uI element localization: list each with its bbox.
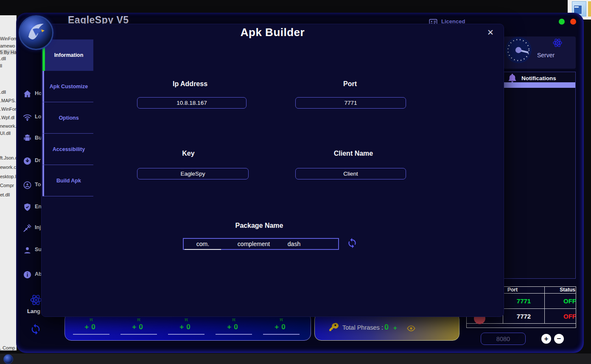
android-icon xyxy=(22,134,32,143)
notifications-title: Notifications xyxy=(521,75,556,81)
inject-icon xyxy=(22,223,32,233)
package-name-label: Package Name xyxy=(217,222,302,230)
new-port-input[interactable] xyxy=(481,333,526,345)
support-icon xyxy=(22,245,32,255)
port-value[interactable]: 7771 xyxy=(503,294,545,309)
taskbar xyxy=(0,353,591,364)
port-status[interactable]: OFF xyxy=(545,294,576,309)
bg-file: amewo xyxy=(0,43,16,48)
port-status[interactable]: OFF xyxy=(545,309,576,324)
folder-icon-fragment xyxy=(588,1,591,17)
window-icon-bar xyxy=(574,6,579,8)
bg-file: .MAPS. xyxy=(0,98,16,103)
port-value[interactable]: 7772 xyxy=(503,309,545,324)
bg-file: WinForm xyxy=(0,36,16,41)
package-suffix-segment[interactable]: dash xyxy=(279,239,309,249)
close-app-button[interactable] xyxy=(570,19,576,25)
bg-file-selected: 5 By Ha xyxy=(0,50,16,55)
remove-port-button[interactable]: − xyxy=(554,334,564,344)
client-name-label: Client Name xyxy=(311,150,396,157)
add-port-button[interactable]: + xyxy=(541,334,551,344)
tab-build-apk[interactable]: Build Apk xyxy=(42,165,93,196)
counter-icon: π xyxy=(261,317,302,322)
key-icon xyxy=(328,322,339,333)
counter-icon: π xyxy=(118,317,159,322)
bg-file: nework. xyxy=(0,123,16,129)
minimize-button[interactable] xyxy=(559,19,565,25)
bg-file: ft.Json.c xyxy=(0,155,16,160)
tools-icon xyxy=(22,180,32,190)
screen: WinForm amewo 5 By Ha .dll ll .dll .MAPS… xyxy=(0,0,591,364)
tab-information[interactable]: Information xyxy=(42,39,93,71)
client-name-input[interactable] xyxy=(295,168,406,179)
eagle-logo xyxy=(19,15,53,50)
info-icon xyxy=(22,270,32,280)
notifications-panel xyxy=(504,72,576,279)
atom-icon[interactable] xyxy=(30,294,42,306)
total-phrases-label: Total Phrases : xyxy=(342,324,383,331)
total-phrases-count: 0 xyxy=(384,323,389,332)
wifi-icon xyxy=(22,112,32,122)
bg-file: ework.c xyxy=(0,165,16,170)
bg-file: UI.dll xyxy=(0,131,16,136)
sidebar-item-encrypt[interactable]: En xyxy=(35,204,42,210)
ip-address-input[interactable] xyxy=(137,97,246,109)
server-label: Server xyxy=(537,52,555,59)
close-icon[interactable]: ✕ xyxy=(485,28,496,38)
port-column-header: Port xyxy=(503,286,545,294)
counter-icon: π xyxy=(71,317,112,322)
refresh-icon[interactable] xyxy=(30,323,42,335)
regenerate-package-icon[interactable] xyxy=(347,238,358,249)
key-input[interactable] xyxy=(137,168,249,179)
tab-apk-customize[interactable]: Apk Customize xyxy=(42,71,93,102)
tab-accessibility[interactable]: Accessibility xyxy=(42,134,93,165)
modal-title: Apk Builder xyxy=(42,26,504,39)
sidebar-item-dropper[interactable]: Dr xyxy=(35,157,41,163)
sidebar-item-support[interactable]: Su xyxy=(35,246,42,252)
status-column-header: Status xyxy=(545,286,576,294)
port-label: Port xyxy=(308,80,392,88)
bg-file: esktop.l xyxy=(0,174,16,179)
bg-file: Compr xyxy=(0,183,16,188)
sidebar-item-language[interactable]: Lang xyxy=(27,308,40,314)
bg-file: et.dll xyxy=(0,192,16,197)
package-prefix-segment[interactable]: com. xyxy=(185,239,221,250)
package-middle-segment[interactable]: complement xyxy=(226,239,281,249)
notification-highlight-row[interactable] xyxy=(504,82,575,88)
bg-file: , Comp xyxy=(0,345,16,350)
shield-icon xyxy=(22,202,32,212)
bg-file: ll xyxy=(0,63,16,68)
bg-file: .dll xyxy=(0,56,16,61)
package-name-input[interactable]: com. complement dash xyxy=(183,238,339,250)
home-icon xyxy=(22,89,32,99)
add-phrase-button[interactable]: + xyxy=(393,324,397,331)
atom-icon xyxy=(552,38,563,48)
counter-icon: π xyxy=(213,317,254,322)
gauge-icon xyxy=(504,36,532,64)
sidebar-item-logs[interactable]: Lo xyxy=(35,114,41,120)
ip-address-label: Ip Address xyxy=(148,80,232,88)
bg-file: .dll xyxy=(0,90,16,95)
apk-builder-modal: Apk Builder ✕ Information Apk Customize … xyxy=(41,24,504,317)
bg-file: .WinFor xyxy=(0,106,16,112)
tab-options[interactable]: Options xyxy=(42,102,93,134)
port-input[interactable] xyxy=(295,97,406,109)
bg-file: .Wpf.dl xyxy=(0,115,16,120)
eagle-taskbar-icon[interactable] xyxy=(3,354,13,364)
background-file-list: WinForm amewo 5 By Ha .dll ll .dll .MAPS… xyxy=(0,15,17,350)
key-label: Key xyxy=(146,150,231,157)
eye-icon[interactable] xyxy=(406,324,416,333)
sidebar-item-inject[interactable]: Inj xyxy=(35,224,41,230)
download-icon xyxy=(22,156,32,166)
counter-icon: π xyxy=(166,317,207,322)
